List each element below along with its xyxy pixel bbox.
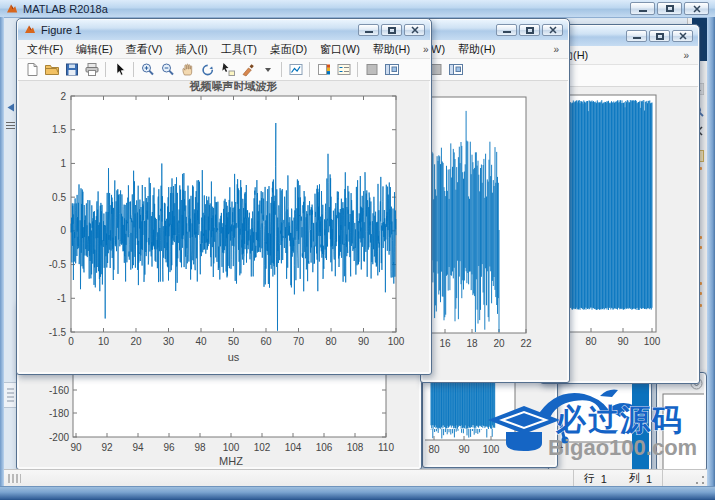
menu-item[interactable]: 帮助(H) <box>373 42 410 57</box>
plottools-off-icon[interactable] <box>363 62 380 78</box>
svg-text:22: 22 <box>520 338 532 349</box>
svg-text:106: 106 <box>316 442 333 453</box>
menu-item[interactable]: 桌面(D) <box>270 42 307 57</box>
window-maximize-button[interactable] <box>657 2 682 15</box>
svg-text:80: 80 <box>325 336 337 347</box>
svg-text:70: 70 <box>293 336 305 347</box>
menu-item[interactable]: 文件(F) <box>27 42 63 57</box>
toolbar-separator <box>281 62 282 77</box>
zoom-in-icon[interactable] <box>139 62 156 78</box>
figure-window[interactable]: W)帮助(H)» 16182022 <box>420 18 570 383</box>
svg-text:94: 94 <box>132 442 144 453</box>
save-icon[interactable] <box>63 62 80 78</box>
figure-title: Figure 1 <box>41 24 81 36</box>
figure-menubar: W)帮助(H)» <box>422 40 568 59</box>
svg-text:98: 98 <box>194 442 206 453</box>
window-minimize-button[interactable] <box>358 24 379 36</box>
svg-text:10: 10 <box>98 336 110 347</box>
svg-text:60: 60 <box>260 336 272 347</box>
menu-item[interactable]: 查看(V) <box>126 42 163 57</box>
print-icon[interactable] <box>83 62 100 78</box>
link-plots-icon[interactable] <box>287 62 304 78</box>
menu-item[interactable]: 帮助(H) <box>458 42 495 57</box>
menu-item[interactable]: 编辑(E) <box>76 42 113 57</box>
figure-toolbar <box>18 59 430 81</box>
menu-item[interactable]: W) <box>431 43 445 55</box>
figure-window-controls <box>626 30 693 42</box>
svg-text:视频噪声时域波形: 视频噪声时域波形 <box>189 81 278 93</box>
col-value: 1 <box>646 473 652 485</box>
svg-text:-200: -200 <box>49 432 69 443</box>
menu-overflow-icon[interactable]: » <box>423 44 429 55</box>
svg-text:0: 0 <box>68 336 74 347</box>
window-minimize-button[interactable] <box>626 30 647 42</box>
svg-text:0: 0 <box>60 225 66 236</box>
list-lines-icon[interactable] <box>4 119 16 131</box>
plottools-on-icon[interactable] <box>447 62 464 78</box>
svg-text:80: 80 <box>428 444 440 455</box>
menu-item[interactable]: 窗口(W) <box>320 42 360 57</box>
svg-text:108: 108 <box>347 442 364 453</box>
figure1-window[interactable]: Figure 1 文件(F)编辑(E)查看(V)插入(I)工具(T)桌面(D)窗… <box>16 18 432 375</box>
svg-text:100: 100 <box>388 336 405 347</box>
window-border <box>707 17 715 500</box>
main-titlebar[interactable]: MATLAB R2018a <box>0 0 715 18</box>
resize-grip[interactable] <box>695 475 705 485</box>
col-label: 列 <box>629 471 640 486</box>
open-folder-icon[interactable] <box>43 62 60 78</box>
svg-text:2: 2 <box>60 91 66 102</box>
figure-window-fragment[interactable] <box>656 372 707 472</box>
statusbar: 行 1 列 1 <box>4 469 707 487</box>
row-label: 行 <box>584 471 595 486</box>
window-close-button[interactable] <box>672 30 693 42</box>
app-title: MATLAB R2018a <box>23 3 108 15</box>
caret-down-icon[interactable] <box>259 62 276 78</box>
data-cursor-icon[interactable] <box>219 62 236 78</box>
figure-window-controls <box>496 24 563 36</box>
figure-window-fragment[interactable]: 14 <box>548 372 652 472</box>
svg-text:100: 100 <box>644 336 661 347</box>
window-minimize-button[interactable] <box>630 2 655 15</box>
rotate-3d-icon[interactable] <box>199 62 216 78</box>
window-maximize-button[interactable] <box>381 24 402 36</box>
menu-item[interactable]: 插入(I) <box>175 42 207 57</box>
window-border <box>0 486 715 500</box>
svg-text:90: 90 <box>458 444 470 455</box>
menu-overflow-icon[interactable]: » <box>553 44 559 55</box>
figure-titlebar[interactable]: Figure 1 <box>18 20 430 40</box>
toolbar-separator <box>133 62 134 77</box>
menu-overflow-icon[interactable]: » <box>683 50 689 61</box>
statusbar-grip[interactable] <box>8 474 21 483</box>
window-maximize-button[interactable] <box>649 30 670 42</box>
toolbar-separator <box>357 62 358 77</box>
cursor-position: 行 1 列 1 <box>573 470 663 487</box>
plottools-on-icon[interactable] <box>383 62 400 78</box>
svg-text:-180: -180 <box>49 408 69 419</box>
zoom-out-icon[interactable] <box>159 62 176 78</box>
matlab-window: 14 8090100 -160-180-20090929496981001021… <box>0 0 715 500</box>
insert-legend-icon[interactable] <box>335 62 352 78</box>
toolbar-separator <box>105 62 106 77</box>
pan-hand-icon[interactable] <box>179 62 196 78</box>
svg-text:80: 80 <box>585 336 597 347</box>
pointer-icon[interactable] <box>111 62 128 78</box>
window-close-button[interactable] <box>404 24 425 36</box>
undock-arrow-icon[interactable] <box>4 101 16 113</box>
window-border <box>0 17 4 500</box>
insert-colorbar-icon[interactable] <box>315 62 332 78</box>
brush-icon[interactable] <box>239 62 256 78</box>
figure-titlebar[interactable] <box>422 20 568 40</box>
window-close-button[interactable] <box>684 2 709 15</box>
svg-text:1.5: 1.5 <box>52 124 66 135</box>
window-minimize-button[interactable] <box>496 24 517 36</box>
svg-text:-0.5: -0.5 <box>49 259 67 270</box>
svg-text:0.5: 0.5 <box>52 192 66 203</box>
window-close-button[interactable] <box>542 24 563 36</box>
window-maximize-button[interactable] <box>519 24 540 36</box>
svg-text:30: 30 <box>163 336 175 347</box>
menu-item[interactable]: 工具(T) <box>221 42 257 57</box>
figure4-plot: -160-180-2009092949698100102104106108110… <box>19 363 419 467</box>
svg-text:110: 110 <box>378 442 394 453</box>
new-file-icon[interactable] <box>23 62 40 78</box>
matlab-logo-icon <box>24 23 36 37</box>
